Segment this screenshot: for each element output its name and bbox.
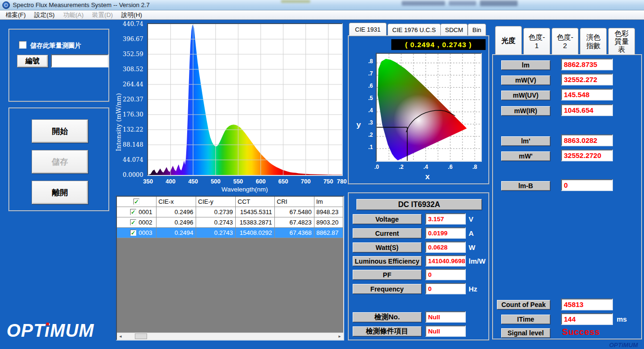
spectrum-y-tick: 0.0000 [112, 171, 143, 178]
mw-ir-value[interactable]: 1045.654 [561, 104, 613, 116]
cell-cie-y: 0.2743 [196, 217, 236, 228]
photometry-groupbox: lm 8862.8735 mW(V) 32552.272 mW(UV) 145.… [492, 54, 642, 340]
scroll-left-arrow-icon[interactable]: ◄ [117, 333, 124, 340]
start-button[interactable]: 開始 [32, 119, 88, 143]
pf-label: PF [353, 270, 421, 280]
current-label: Current [353, 228, 421, 238]
tab-cri[interactable]: 演色指數 [580, 28, 607, 54]
spectrum-y-tick: 44.074 [112, 156, 143, 163]
menu-bar: 檔案(F) 設定(S) 功能(A) 裝置(D) 說明(H) [0, 10, 644, 20]
mw-uv-label: mW(UV) [501, 91, 550, 100]
watt-value[interactable]: 0.0628 [425, 241, 466, 253]
spectrum-svg [148, 24, 342, 175]
spectrum-y-tick: 220.37 [112, 96, 143, 103]
lm-prime-label: lm' [501, 136, 550, 146]
tab-cie-1976[interactable]: CIE 1976 U.C.S [388, 24, 441, 35]
spectrum-y-tick: 440.74 [112, 20, 143, 27]
spectrum-x-axis-label: Wavelength(nm) [212, 186, 278, 193]
header-checkbox-cell[interactable]: ✓ [117, 197, 157, 207]
spectrum-y-tick: 352.59 [112, 50, 143, 58]
window-title: Spectro Flux Measurements System -- Vers… [13, 1, 149, 8]
cie-x-tick: .4 [419, 164, 432, 170]
tab-cie-1931[interactable]: CIE 1931 [349, 23, 387, 35]
spectrum-x-tick: 500 [206, 178, 225, 185]
table-empty-area [117, 238, 343, 332]
cie-x-tick: .6 [444, 164, 457, 170]
spectrum-y-tick: 308.52 [112, 66, 143, 73]
cell-cie-x: 0.2496 [157, 217, 196, 228]
table-hscrollbar[interactable]: ◄ ► [117, 332, 343, 340]
tab-chromaticity-2[interactable]: 色度-2 [552, 28, 578, 54]
title-bar: Spectro Flux Measurements System -- Vers… [0, 0, 644, 10]
menu-device: 裝置(D) [88, 10, 117, 20]
table-row-selected[interactable]: ✓0003 0.2494 0.2743 15408.0292 67.4368 8… [117, 228, 343, 238]
col-header-cie-y[interactable]: CIE-y [196, 197, 236, 207]
mw-v-value[interactable]: 32552.272 [561, 74, 613, 85]
menu-help[interactable]: 說明(H) [117, 10, 146, 20]
id-number-button[interactable]: 編號 [17, 55, 48, 67]
cie-y-tick: .5 [360, 95, 373, 101]
save-image-checkbox[interactable] [19, 41, 26, 49]
signal-level-label: Signal level [501, 328, 550, 338]
tab-sdcm[interactable]: SDCM [440, 24, 468, 35]
spectrum-y-tick: 176.30 [112, 111, 143, 118]
lm-b-value[interactable]: 0 [561, 179, 613, 191]
save-image-checkbox-label: 儲存此筆量測圖片 [30, 42, 81, 50]
voltage-label: Voltage [353, 214, 421, 224]
cie-x-axis-label: x [425, 172, 429, 182]
spectrum-x-tick: 400 [161, 178, 180, 185]
tab-luminosity[interactable]: 光度 [495, 26, 522, 54]
count-of-peak-value[interactable]: 45813 [561, 299, 613, 310]
action-buttons-groupbox: 開始 儲存 離開 [8, 108, 109, 211]
itime-value[interactable]: 144 [561, 313, 613, 325]
menu-settings[interactable]: 設定(S) [30, 10, 59, 20]
cie-x-tick: .8 [468, 164, 481, 170]
luminous-efficiency-value[interactable]: 141040.9698 [425, 255, 466, 266]
mw-uv-value[interactable]: 145.548 [561, 89, 613, 100]
background-window-artifact [449, 1, 476, 6]
lm-prime-value[interactable]: 8863.0282 [561, 134, 613, 146]
mw-prime-value[interactable]: 32552.2720 [561, 150, 613, 161]
exit-button[interactable]: 離開 [32, 181, 88, 204]
app-window: Spectro Flux Measurements System -- Vers… [0, 0, 644, 349]
cie-y-tick: .1 [360, 144, 373, 150]
inspect-condition-value[interactable]: Null [425, 325, 466, 337]
itime-label: ITime [501, 315, 550, 324]
id-number-input[interactable] [51, 54, 108, 67]
scroll-right-arrow-icon[interactable]: ► [336, 333, 343, 340]
cell-cct: 15435.5311 [236, 207, 275, 217]
table-row[interactable]: ✓0001 0.2496 0.2739 15435.5311 67.5480 8… [117, 207, 343, 217]
background-window-artifact [480, 0, 518, 6]
select-all-checkbox[interactable]: ✓ [133, 199, 140, 205]
voltage-value[interactable]: 3.157 [425, 213, 466, 224]
voltage-unit: V [469, 215, 473, 223]
menu-file[interactable]: 檔案(F) [1, 10, 30, 20]
itime-unit: ms [617, 315, 627, 323]
row-checkbox[interactable]: ✓ [130, 230, 136, 236]
table-header-row: ✓ CIE-x CIE-y CCT CRI lm [117, 197, 343, 207]
col-header-cie-x[interactable]: CIE-x [157, 197, 196, 207]
spectrum-x-tick: 550 [229, 178, 248, 185]
cell-cct: 15383.2871 [236, 217, 275, 228]
cie-svg [377, 54, 481, 161]
frequency-value[interactable]: 0 [425, 283, 466, 294]
table-row[interactable]: ✓0002 0.2496 0.2743 15383.2871 67.4823 8… [117, 217, 343, 228]
inspect-condition-label: 檢測條件項目 [353, 326, 421, 336]
col-header-cct[interactable]: CCT [236, 197, 275, 207]
spectrum-y-tick: 132.22 [112, 126, 143, 133]
row-checkbox[interactable]: ✓ [130, 219, 136, 225]
cie-coordinate-display: ( 0.2494 , 0.2743 ) [391, 39, 486, 50]
col-header-cri[interactable]: CRI [275, 197, 314, 207]
cie-x-tick: .2 [395, 164, 408, 170]
inspect-no-value[interactable]: Null [425, 311, 466, 323]
col-header-lm[interactable]: lm [314, 197, 343, 207]
pf-value[interactable]: 0 [425, 269, 466, 280]
row-checkbox[interactable]: ✓ [130, 209, 136, 215]
tab-color-quality[interactable]: 色彩質量表 [608, 28, 635, 54]
tab-bin[interactable]: Bin [468, 24, 486, 35]
tab-chromaticity-1[interactable]: 色度-1 [523, 28, 550, 54]
client-area: 儲存此筆量測圖片 編號 開始 儲存 離開 OPTiMUM Intensity (… [0, 20, 644, 349]
lm-value[interactable]: 8862.8735 [561, 58, 613, 70]
scrollbar-thumb[interactable] [135, 333, 147, 339]
current-value[interactable]: 0.0199 [425, 227, 466, 239]
